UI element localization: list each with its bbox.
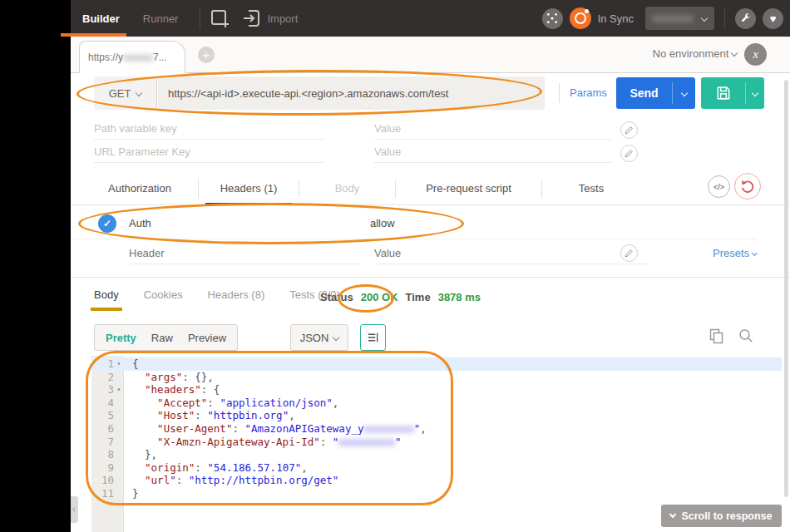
format-label: JSON bbox=[300, 332, 329, 344]
search-icon[interactable] bbox=[738, 328, 753, 343]
params-button[interactable]: Params bbox=[570, 86, 607, 99]
request-tab-title-prefix: https://y bbox=[88, 52, 123, 63]
copy-icon[interactable] bbox=[709, 328, 723, 344]
nav-runner[interactable]: Runner bbox=[131, 0, 190, 37]
code-line: 5 "Host": "httpbin.org", bbox=[91, 409, 782, 422]
view-raw[interactable]: Raw bbox=[144, 332, 180, 344]
heart-icon[interactable]: ♥ bbox=[763, 8, 783, 29]
tab-pre-request-script[interactable]: Pre-request script bbox=[396, 172, 541, 204]
code-content: "headers": { bbox=[124, 383, 220, 397]
chevron-down-icon bbox=[701, 15, 708, 22]
send-button[interactable]: Send bbox=[616, 77, 695, 109]
request-tab[interactable]: https://yxxxxxx7... bbox=[79, 41, 185, 73]
chevron-down-icon bbox=[752, 250, 758, 256]
response-view-switcher: Pretty Raw Preview bbox=[94, 324, 238, 351]
code-content: "X-Amzn-Apigateway-Api-Id": "xxxxxxxxx" bbox=[124, 436, 402, 449]
url-parameter-row bbox=[94, 141, 640, 165]
status-value: 200 OK bbox=[361, 291, 398, 303]
code-content: "Accept": "application/json", bbox=[124, 397, 338, 410]
settings-wrench-icon[interactable] bbox=[735, 8, 756, 29]
time-label: Time bbox=[406, 291, 431, 303]
sidebar-collapse-handle[interactable] bbox=[71, 496, 78, 523]
url-input[interactable] bbox=[158, 76, 545, 110]
import-label[interactable]: Import bbox=[267, 12, 298, 25]
scroll-to-response-label: Scroll to response bbox=[681, 510, 772, 522]
url-parameter-key-input[interactable] bbox=[94, 141, 324, 163]
import-icon[interactable] bbox=[242, 9, 260, 27]
edit-pencil-icon[interactable] bbox=[620, 244, 638, 262]
topbar-right: In Sync xxxxxxx ♥ bbox=[536, 7, 790, 30]
line-number: 9 bbox=[91, 461, 114, 475]
tab-headers[interactable]: Headers (1) bbox=[199, 172, 299, 204]
fold-arrow-icon[interactable]: ▾ bbox=[114, 383, 124, 397]
status-label: Status bbox=[320, 291, 353, 303]
edit-pencil-icon[interactable] bbox=[620, 145, 638, 162]
path-variable-value-input[interactable] bbox=[374, 118, 611, 140]
new-header-value-input[interactable] bbox=[374, 243, 649, 264]
user-account-button[interactable]: xxxxxxx bbox=[645, 7, 714, 30]
capture-requests-icon[interactable] bbox=[542, 8, 563, 29]
send-options-chevron[interactable] bbox=[673, 77, 695, 109]
new-header-key-input[interactable] bbox=[129, 243, 362, 264]
tab-tests[interactable]: Tests bbox=[542, 172, 640, 204]
line-number: 10 bbox=[91, 474, 114, 487]
code-content: } bbox=[124, 487, 139, 500]
new-tab-icon[interactable] bbox=[210, 9, 230, 27]
environment-quick-look-icon[interactable]: x bbox=[744, 43, 767, 66]
wrap-text-icon[interactable] bbox=[360, 324, 386, 351]
top-bar: Builder Runner Import In Sync xxxxxxx ♥ bbox=[71, 0, 790, 37]
response-tab-cookies[interactable]: Cookies bbox=[144, 288, 183, 311]
code-line: 6 "User-Agent": "AmazonAPIGateway_yxxxxx… bbox=[91, 422, 782, 436]
code-line: 9 "origin": "54.186.57.107", bbox=[91, 461, 782, 475]
reset-icon[interactable] bbox=[734, 173, 761, 200]
response-tab-body[interactable]: Body bbox=[94, 288, 119, 311]
scroll-to-response-button[interactable]: Scroll to response bbox=[661, 505, 782, 527]
new-header-row bbox=[129, 243, 640, 266]
environment-selector[interactable]: No environment bbox=[653, 47, 737, 60]
top-nav: Builder Runner bbox=[71, 0, 190, 37]
send-label: Send bbox=[616, 77, 672, 109]
generate-code-icon[interactable]: </> bbox=[708, 175, 730, 198]
scrollbar[interactable] bbox=[784, 80, 788, 497]
environment-label: No environment bbox=[653, 47, 729, 60]
edit-pencil-icon[interactable] bbox=[620, 121, 638, 139]
path-variable-row bbox=[94, 118, 640, 141]
presets-label: Presets bbox=[713, 247, 749, 259]
format-selector[interactable]: JSON bbox=[290, 324, 348, 351]
tab-body[interactable]: Body bbox=[299, 172, 395, 204]
divider bbox=[559, 83, 560, 103]
response-tab-headers[interactable]: Headers (8) bbox=[208, 288, 265, 311]
chevron-down-icon bbox=[136, 90, 142, 96]
divider bbox=[71, 277, 790, 278]
fold-arrow-icon[interactable]: ▾ bbox=[114, 357, 124, 371]
add-tab-button[interactable]: + bbox=[198, 47, 215, 63]
header-enabled-checkbox[interactable]: ✓ bbox=[98, 214, 116, 233]
method-selector[interactable]: GET bbox=[94, 76, 157, 110]
header-value[interactable]: allow bbox=[370, 217, 395, 229]
view-pretty[interactable]: Pretty bbox=[98, 332, 144, 344]
line-number: 2 bbox=[91, 371, 114, 384]
view-preview[interactable]: Preview bbox=[180, 332, 234, 344]
method-label: GET bbox=[109, 87, 131, 100]
left-sidebar bbox=[0, 0, 71, 532]
tab-authorization[interactable]: Authorization bbox=[81, 172, 198, 204]
code-line: 8 }, bbox=[91, 448, 782, 461]
code-line: 1▾{ bbox=[91, 357, 782, 371]
code-content: "args": {}, bbox=[124, 371, 214, 384]
save-options-chevron[interactable] bbox=[746, 77, 764, 109]
path-variable-key-input[interactable] bbox=[94, 118, 324, 140]
code-content: "origin": "54.186.57.107", bbox=[124, 461, 308, 475]
save-button[interactable] bbox=[701, 77, 764, 109]
line-number: 3 bbox=[91, 383, 114, 397]
response-section-tabs: Body Cookies Headers (8) Tests (0/0) bbox=[94, 288, 340, 311]
header-key[interactable]: Auth bbox=[129, 217, 151, 229]
chevron-down-icon bbox=[731, 50, 738, 57]
presets-dropdown[interactable]: Presets bbox=[713, 247, 757, 259]
request-tab-bar: https://yxxxxxx7... + No environment x bbox=[71, 37, 790, 73]
divider bbox=[724, 7, 725, 29]
nav-builder[interactable]: Builder bbox=[71, 0, 131, 37]
url-parameter-value-input[interactable] bbox=[374, 141, 611, 163]
sync-status-icon[interactable] bbox=[570, 7, 591, 29]
request-tab-title-suffix: 7... bbox=[153, 52, 167, 63]
line-number: 11 bbox=[91, 487, 114, 500]
